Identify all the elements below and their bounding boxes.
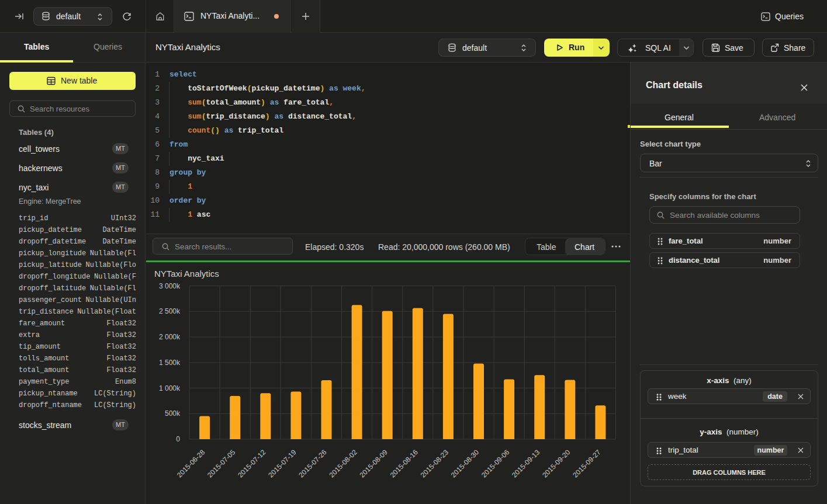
svg-text:2015-09-27: 2015-09-27 bbox=[571, 448, 603, 479]
svg-text:2015-07-12: 2015-07-12 bbox=[236, 448, 268, 479]
svg-text:0: 0 bbox=[176, 435, 180, 443]
svg-text:2015-08-02: 2015-08-02 bbox=[327, 448, 359, 479]
svg-text:2 500k: 2 500k bbox=[159, 307, 181, 315]
svg-text:500k: 500k bbox=[165, 409, 181, 418]
svg-text:2 000k: 2 000k bbox=[159, 333, 181, 341]
svg-text:1 500k: 1 500k bbox=[159, 359, 181, 367]
svg-text:2015-09-20: 2015-09-20 bbox=[541, 448, 572, 479]
svg-text:2015-08-09: 2015-08-09 bbox=[358, 448, 390, 479]
svg-text:2015-08-30: 2015-08-30 bbox=[449, 448, 481, 479]
svg-text:NYTaxi Analytics: NYTaxi Analytics bbox=[154, 269, 219, 279]
svg-text:2015-07-26: 2015-07-26 bbox=[297, 448, 328, 479]
svg-text:3 000k: 3 000k bbox=[159, 282, 181, 290]
svg-text:2015-07-19: 2015-07-19 bbox=[267, 448, 298, 479]
svg-text:2015-09-13: 2015-09-13 bbox=[510, 448, 542, 479]
svg-text:1 000k: 1 000k bbox=[159, 384, 181, 392]
svg-text:2015-07-05: 2015-07-05 bbox=[206, 448, 237, 479]
svg-text:2015-08-23: 2015-08-23 bbox=[419, 448, 451, 479]
svg-text:2015-09-06: 2015-09-06 bbox=[480, 448, 511, 479]
svg-text:2015-08-16: 2015-08-16 bbox=[389, 448, 420, 479]
svg-text:2015-06-28: 2015-06-28 bbox=[175, 448, 207, 479]
